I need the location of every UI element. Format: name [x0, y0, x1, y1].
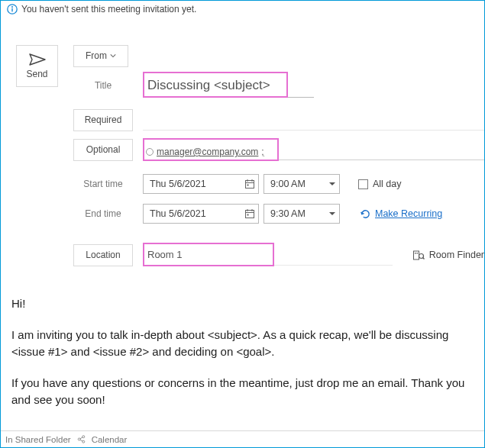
form-area: Send From Title: [1, 21, 484, 269]
send-icon: [29, 53, 46, 66]
room-finder-label: Room Finder: [429, 250, 484, 260]
title-input[interactable]: [143, 73, 314, 98]
share-icon: [76, 434, 86, 444]
caret-down-icon: [328, 180, 336, 188]
recipient-chip[interactable]: manager@company.com;: [143, 147, 264, 157]
body-p2: I am inviting you to talk in-depth about…: [11, 327, 475, 361]
end-time-label: End time: [73, 208, 133, 219]
calendar-icon: [244, 179, 255, 189]
status-bar: In Shared Folder Calendar: [1, 430, 484, 447]
required-button[interactable]: Required: [73, 109, 133, 131]
form-fields: From Title Required: [73, 21, 484, 269]
info-text: You haven't sent this meeting invitation…: [21, 4, 196, 15]
body-p1: Hi!: [11, 295, 475, 313]
caret-down-icon: [328, 210, 336, 218]
svg-line-22: [80, 440, 82, 441]
status-folder: In Shared Folder: [5, 435, 71, 444]
status-calendar: Calendar: [92, 435, 128, 444]
from-label: From: [86, 50, 107, 61]
checkbox-box[interactable]: [358, 179, 368, 189]
from-button[interactable]: From: [73, 45, 128, 67]
recipient-email: manager@company.com: [157, 147, 258, 157]
info-icon: [7, 4, 18, 15]
send-button[interactable]: Send: [16, 45, 58, 87]
required-field[interactable]: [143, 109, 484, 131]
send-label: Send: [26, 69, 47, 79]
chevron-down-icon: [110, 50, 116, 61]
svg-rect-12: [247, 214, 249, 216]
make-recurring-label: Make Recurring: [375, 208, 442, 219]
room-finder-button[interactable]: Room Finder: [412, 249, 484, 261]
location-label: Location: [86, 250, 120, 260]
svg-rect-2: [11, 8, 12, 12]
end-time-picker[interactable]: 9:30 AM: [264, 204, 340, 224]
all-day-checkbox[interactable]: All day: [358, 179, 402, 189]
send-column: Send: [1, 21, 73, 269]
required-label: Required: [85, 114, 122, 125]
svg-rect-8: [246, 211, 254, 218]
svg-rect-3: [246, 181, 254, 189]
svg-rect-13: [413, 251, 419, 259]
location-input[interactable]: [143, 244, 271, 266]
info-bar: You haven't sent this meeting invitation…: [1, 1, 484, 21]
svg-rect-7: [247, 185, 249, 186]
start-time-label: Start time: [73, 179, 133, 189]
body-p3: If you have any questions or concerns in…: [11, 375, 475, 409]
end-date-value: Thu 5/6/2021: [150, 208, 206, 219]
svg-line-17: [422, 258, 424, 259]
optional-button[interactable]: Optional: [73, 139, 133, 161]
make-recurring-link[interactable]: Make Recurring: [360, 208, 442, 220]
start-time-picker[interactable]: 9:00 AM: [264, 174, 340, 194]
message-body[interactable]: Hi! I am inviting you to talk in-depth a…: [1, 269, 484, 430]
calendar-icon: [244, 208, 255, 219]
end-date-picker[interactable]: Thu 5/6/2021: [143, 204, 259, 224]
title-label: Title: [73, 80, 133, 91]
location-button[interactable]: Location: [73, 244, 133, 266]
svg-rect-15: [416, 253, 418, 254]
all-day-label: All day: [373, 179, 402, 189]
meeting-compose-window: You haven't sent this meeting invitation…: [0, 0, 485, 448]
svg-line-21: [80, 437, 82, 439]
end-time-value: 9:30 AM: [270, 208, 306, 219]
svg-point-1: [11, 6, 13, 8]
optional-field[interactable]: manager@company.com;: [143, 139, 484, 160]
location-field-rest[interactable]: [271, 244, 393, 266]
start-date-picker[interactable]: Thu 5/6/2021: [143, 174, 259, 194]
svg-rect-14: [415, 253, 416, 254]
start-time-value: 9:00 AM: [270, 179, 306, 189]
start-date-value: Thu 5/6/2021: [150, 179, 206, 189]
presence-icon: [146, 148, 154, 156]
optional-label: Optional: [86, 144, 121, 155]
